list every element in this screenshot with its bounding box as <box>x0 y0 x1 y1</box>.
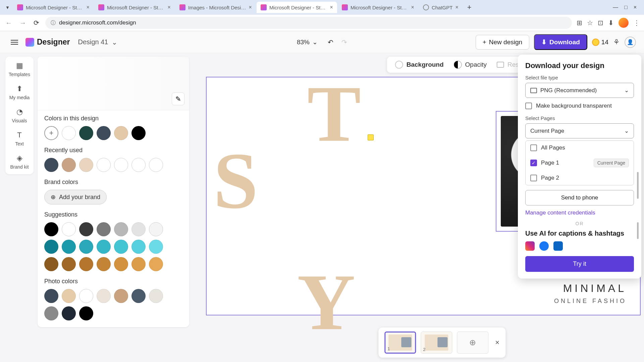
address-bar[interactable]: ⓘ designer.microsoft.com/design <box>45 17 572 29</box>
browser-tab[interactable]: Images - Microsoft Designer × <box>175 2 256 13</box>
facebook-icon[interactable] <box>539 241 549 251</box>
letter-y[interactable]: Y <box>297 256 355 348</box>
zoom-dropdown[interactable]: 83% ⌄ <box>297 38 318 46</box>
app-logo[interactable]: Designer <box>25 38 70 47</box>
coins-badge[interactable]: 14 <box>592 39 608 46</box>
color-swatch[interactable] <box>44 257 58 271</box>
color-swatch[interactable] <box>97 222 111 236</box>
page-option-all[interactable]: All Pages <box>526 141 634 155</box>
share-icon[interactable]: ⚘ <box>613 38 620 47</box>
browser-tab[interactable]: Microsoft Designer - Stunning × <box>94 2 175 13</box>
color-swatch[interactable] <box>131 158 146 172</box>
new-tab-button[interactable]: + <box>463 3 476 12</box>
rail-templates[interactable]: ▦ Templates <box>5 61 34 77</box>
color-preview[interactable]: ✎ <box>38 57 189 110</box>
letter-s[interactable]: S <box>213 134 258 227</box>
tab-search-dropdown[interactable]: ▼ <box>3 5 12 10</box>
profile-button[interactable]: 👤 <box>625 37 636 48</box>
online-fashion-text[interactable]: ONLINE FASHIO <box>554 298 627 305</box>
checkbox-unchecked[interactable] <box>530 144 537 151</box>
install-icon[interactable]: ⊞ <box>577 19 582 27</box>
minimal-text[interactable]: MINIMAL <box>563 282 627 295</box>
color-swatch[interactable] <box>149 240 163 254</box>
color-swatch[interactable] <box>131 257 146 271</box>
color-swatch[interactable] <box>62 257 76 271</box>
tab-close-icon[interactable]: × <box>249 4 252 10</box>
select-pages-dropdown[interactable]: Current Page ⌄ <box>525 123 634 138</box>
browser-tab[interactable]: Microsoft Designer - Stunning × <box>13 2 94 13</box>
instagram-icon[interactable] <box>525 241 535 251</box>
maximize-icon[interactable]: □ <box>624 4 628 10</box>
checkbox-unchecked[interactable] <box>525 103 532 109</box>
profile-avatar[interactable] <box>619 18 629 28</box>
menu-icon[interactable]: ⋮ <box>633 19 640 27</box>
toolbar-background[interactable]: Background <box>395 61 444 69</box>
scrollbar-thumb[interactable] <box>637 172 639 199</box>
close-strip-icon[interactable]: × <box>495 338 499 347</box>
color-swatch[interactable] <box>114 289 128 303</box>
color-swatch[interactable] <box>97 257 111 271</box>
extensions-icon[interactable]: ⊡ <box>598 19 603 27</box>
page-option-2[interactable]: Page 2 <box>526 171 634 185</box>
design-name-dropdown[interactable]: Design 41 ⌄ <box>78 38 117 46</box>
browser-tab-active[interactable]: Microsoft Designer - Stunning × <box>257 2 337 13</box>
color-swatch[interactable] <box>79 257 93 271</box>
color-swatch[interactable] <box>131 126 146 140</box>
bookmark-icon[interactable]: ☆ <box>587 19 593 27</box>
color-swatch[interactable] <box>79 222 93 236</box>
color-swatch[interactable] <box>149 257 163 271</box>
site-info-icon[interactable]: ⓘ <box>51 20 56 26</box>
try-it-button[interactable]: Try it <box>525 256 634 272</box>
color-swatch[interactable] <box>97 158 111 172</box>
tab-close-icon[interactable]: × <box>168 4 171 10</box>
linkedin-icon[interactable] <box>553 241 563 251</box>
color-swatch[interactable] <box>62 126 76 140</box>
color-swatch[interactable] <box>79 158 93 172</box>
hamburger-menu[interactable] <box>8 37 21 47</box>
manage-credentials-link[interactable]: Manage content credentials <box>525 209 634 216</box>
color-swatch[interactable] <box>79 240 93 254</box>
page-thumbnail-1[interactable]: 1 <box>384 331 416 354</box>
color-swatch[interactable] <box>79 289 93 303</box>
color-swatch[interactable] <box>62 222 76 236</box>
add-brand-button[interactable]: ⊕ Add your brand <box>44 190 107 204</box>
browser-tab[interactable]: ChatGPT × <box>419 2 463 13</box>
color-swatch[interactable] <box>97 240 111 254</box>
checkbox-checked[interactable]: ✓ <box>530 160 537 166</box>
color-swatch[interactable] <box>131 240 146 254</box>
color-swatch[interactable] <box>44 158 58 172</box>
checkbox-unchecked[interactable] <box>530 175 537 181</box>
color-swatch[interactable] <box>149 222 163 236</box>
color-swatch[interactable] <box>79 306 93 320</box>
rail-text[interactable]: T Text <box>5 131 34 146</box>
rail-my-media[interactable]: ⬆ My media <box>5 84 34 100</box>
color-swatch[interactable] <box>114 126 128 140</box>
rail-visuals[interactable]: ◔ Visuals <box>5 108 34 123</box>
tab-close-icon[interactable]: × <box>87 4 90 10</box>
color-swatch[interactable] <box>97 289 111 303</box>
reload-icon[interactable]: ⟳ <box>32 17 41 28</box>
color-swatch[interactable] <box>44 289 58 303</box>
color-swatch[interactable] <box>62 240 76 254</box>
color-swatch[interactable] <box>114 257 128 271</box>
scrollbar-thumb[interactable] <box>637 222 639 239</box>
letter-t[interactable]: T <box>307 67 361 160</box>
tab-close-icon[interactable]: × <box>411 4 414 10</box>
new-design-button[interactable]: + New design <box>476 35 529 50</box>
file-type-dropdown[interactable]: PNG (Recommended) ⌄ <box>525 83 634 98</box>
color-swatch[interactable] <box>114 158 128 172</box>
color-swatch[interactable] <box>44 240 58 254</box>
toolbar-opacity[interactable]: Opacity <box>454 61 487 69</box>
add-color-button[interactable]: + <box>44 126 58 140</box>
color-swatch[interactable] <box>149 289 163 303</box>
minimize-icon[interactable]: — <box>613 4 618 10</box>
close-window-icon[interactable]: × <box>634 4 637 10</box>
eyedropper-button[interactable]: ✎ <box>172 93 184 105</box>
color-swatch[interactable] <box>62 306 76 320</box>
tab-close-icon[interactable]: × <box>455 4 458 10</box>
color-swatch[interactable] <box>62 158 76 172</box>
download-button[interactable]: ⬇ Download <box>534 34 587 50</box>
color-swatch[interactable] <box>114 222 128 236</box>
color-swatch[interactable] <box>97 126 111 140</box>
undo-icon[interactable]: ↶ <box>328 38 333 46</box>
